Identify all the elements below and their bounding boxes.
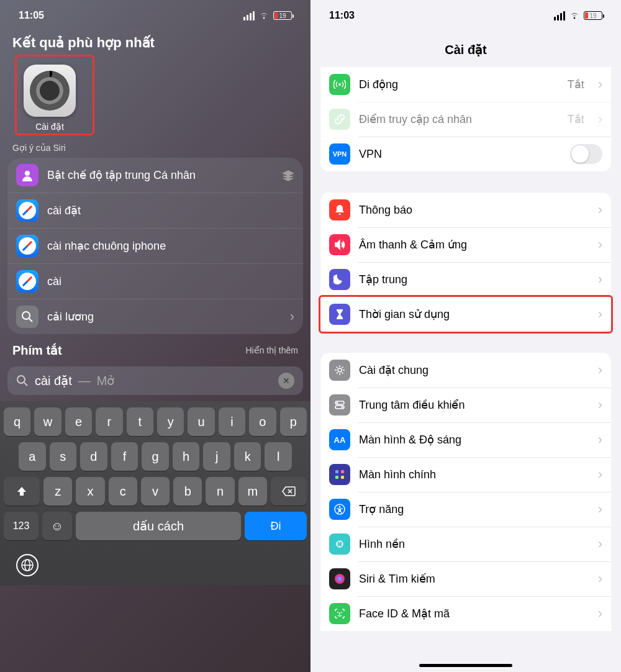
settings-row-moon[interactable]: Tập trung› (320, 262, 611, 297)
shortcuts-header: Phím tắt Hiển thị thêm (0, 334, 310, 364)
key-f[interactable]: f (111, 442, 138, 471)
key-z[interactable]: z (43, 477, 72, 506)
svg-text:VPN: VPN (333, 150, 347, 158)
speaker-icon (329, 234, 350, 255)
settings-row-faceid[interactable]: Face ID & Mật mã› (320, 596, 611, 631)
chevron-right-icon: › (593, 466, 602, 483)
key-p[interactable]: p (280, 407, 307, 436)
settings-group-network: Di độngTắt›Điểm truy cập cá nhânTắt›VPNV… (320, 67, 611, 171)
globe-key[interactable] (16, 554, 39, 576)
key-k[interactable]: k (234, 442, 261, 471)
svg-rect-18 (335, 476, 338, 479)
page-title: Cài đặt (310, 31, 621, 67)
wifi-icon (258, 11, 270, 20)
shortcuts-more-button[interactable]: Hiển thị thêm (245, 345, 298, 355)
svg-point-12 (337, 402, 338, 404)
status-icons: 19 (243, 11, 292, 20)
svg-line-4 (24, 383, 27, 386)
row-value: Tắt (568, 112, 584, 126)
svg-rect-17 (341, 470, 344, 473)
siri-suggestion-row[interactable]: cải lương› (7, 299, 303, 334)
battery-indicator: 19 (273, 11, 292, 20)
chevron-right-icon: › (593, 536, 602, 552)
chevron-right-icon: › (593, 571, 602, 587)
status-time: 11:05 (19, 10, 44, 21)
svg-point-24 (341, 543, 342, 545)
key-q[interactable]: q (4, 407, 30, 436)
key-g[interactable]: g (142, 442, 169, 471)
settings-row-textsize[interactable]: AAMàn hình & Độ sáng› (320, 422, 611, 457)
chevron-right-icon: › (593, 432, 602, 448)
chevron-right-icon: › (290, 309, 294, 325)
svg-point-29 (341, 612, 342, 613)
status-time: 11:03 (329, 10, 355, 21)
siri-suggestion-row[interactable]: Bật chế độ tập trung Cá nhân (7, 158, 303, 193)
key-o[interactable]: o (249, 407, 276, 436)
key-j[interactable]: j (203, 442, 230, 471)
safari-icon (16, 199, 39, 222)
row-label: Trung tâm điều khiển (359, 398, 584, 412)
siri-suggestion-row[interactable]: cài (7, 264, 303, 299)
search-hint-sep: — (78, 374, 91, 388)
settings-row-accessibility[interactable]: Trợ năng› (320, 492, 611, 527)
svg-point-28 (337, 612, 338, 613)
settings-row-grid[interactable]: Màn hình chính› (320, 457, 611, 492)
svg-text:AA: AA (334, 435, 346, 445)
settings-row-antenna[interactable]: Di độngTắt› (320, 67, 611, 102)
vpn-icon: VPN (329, 143, 350, 165)
key-v[interactable]: v (141, 477, 170, 506)
numbers-key[interactable]: 123 (4, 512, 39, 540)
settings-row-link[interactable]: Điểm truy cập cá nhânTắt› (320, 102, 611, 137)
key-m[interactable]: m (238, 477, 267, 506)
settings-row-speaker[interactable]: Âm thanh & Cảm ứng› (320, 227, 611, 262)
key-h[interactable]: h (173, 442, 200, 471)
suggestion-label: cải lương (47, 310, 281, 324)
key-t[interactable]: t (127, 407, 153, 436)
search-icon (16, 375, 29, 387)
settings-row-bell[interactable]: Thông báo› (320, 193, 611, 227)
stack-icon (282, 169, 294, 181)
key-n[interactable]: n (206, 477, 234, 506)
key-a[interactable]: a (19, 442, 46, 471)
moon-icon (329, 269, 350, 290)
settings-row-switches[interactable]: Trung tâm điều khiển› (320, 388, 611, 422)
key-l[interactable]: l (265, 442, 292, 471)
settings-row-vpn[interactable]: VPNVPN (320, 137, 611, 171)
key-x[interactable]: x (76, 477, 104, 506)
go-key[interactable]: Đi (245, 512, 307, 540)
row-label: Trợ năng (359, 502, 584, 516)
key-i[interactable]: i (219, 407, 245, 436)
home-indicator[interactable] (419, 664, 512, 667)
key-u[interactable]: u (188, 407, 214, 436)
toggle-switch[interactable] (570, 144, 602, 164)
key-r[interactable]: r (96, 407, 122, 436)
emoji-key[interactable]: ☺ (42, 512, 72, 540)
key-w[interactable]: w (34, 407, 61, 436)
row-label: Màn hình & Độ sáng (359, 433, 584, 447)
status-bar: 11:05 19 (0, 0, 310, 31)
settings-row-siri[interactable]: Siri & Tìm kiếm› (320, 561, 611, 596)
settings-row-gear[interactable]: Cài đặt chung› (320, 353, 611, 388)
row-label: Face ID & Mật mã (359, 607, 584, 620)
person-focus-icon (16, 164, 39, 186)
key-c[interactable]: c (109, 477, 137, 506)
siri-suggestion-row[interactable]: cài đặt (7, 193, 303, 229)
clear-search-button[interactable]: ✕ (278, 373, 294, 389)
row-label: Hình nền (359, 537, 584, 551)
key-s[interactable]: s (50, 442, 77, 471)
key-b[interactable]: b (173, 477, 202, 506)
shift-key[interactable] (4, 477, 40, 506)
search-field[interactable]: cài đặt — Mở ✕ (7, 366, 303, 395)
settings-row-wallpaper[interactable]: Hình nền› (320, 527, 611, 561)
backspace-key[interactable] (271, 477, 307, 506)
key-e[interactable]: e (65, 407, 92, 436)
settings-group-general: Cài đặt chung›Trung tâm điều khiển›AAMàn… (320, 353, 611, 631)
siri-suggestion-row[interactable]: cài nhạc chuông iphone (7, 229, 303, 264)
svg-line-2 (29, 319, 32, 322)
space-key[interactable]: dấu cách (76, 512, 241, 540)
chevron-right-icon: › (593, 362, 602, 378)
key-y[interactable]: y (157, 407, 184, 436)
best-match-title: Kết quả phù hợp nhất (0, 31, 310, 57)
key-d[interactable]: d (80, 442, 107, 471)
battery-indicator: 19 (584, 11, 602, 20)
